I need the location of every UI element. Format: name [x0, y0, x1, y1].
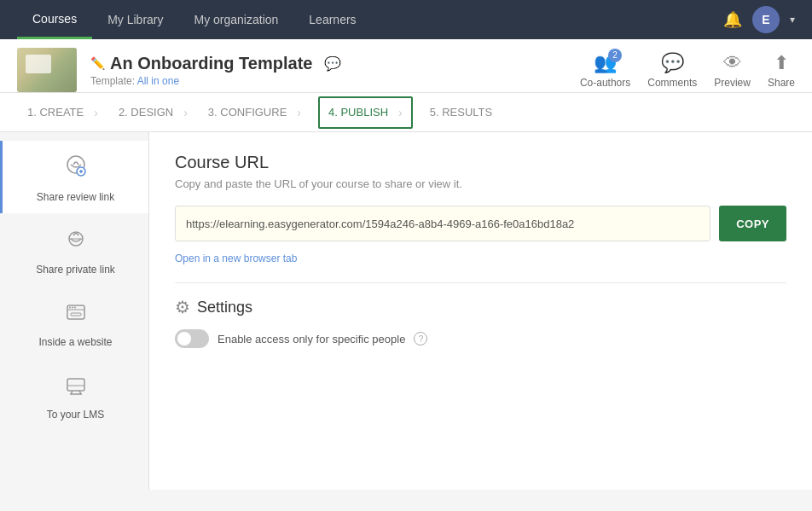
svg-point-6 — [74, 307, 76, 309]
step-publish[interactable]: 4. PUBLISH › — [318, 96, 413, 129]
help-icon[interactable]: ? — [414, 332, 427, 346]
lms-icon — [62, 370, 90, 404]
course-thumbnail — [17, 48, 77, 92]
preview-label: Preview — [714, 77, 751, 89]
access-toggle[interactable] — [175, 329, 209, 348]
step-results[interactable]: 5. RESULTS — [420, 93, 502, 132]
nav-learners[interactable]: Learners — [293, 0, 371, 39]
sidebar-item-share-private[interactable]: Share private link — [0, 213, 148, 286]
settings-divider — [175, 282, 786, 283]
template-link[interactable]: All in one — [137, 75, 179, 87]
nav-courses[interactable]: Courses — [17, 0, 92, 39]
sidebar-share-review-label: Share review link — [37, 191, 114, 203]
share-icon: ⬆ — [774, 52, 789, 74]
step-arrow-4: › — [398, 106, 403, 119]
avatar[interactable]: E — [752, 6, 780, 33]
chat-icon[interactable]: 💬 — [324, 55, 341, 72]
share-button[interactable]: ⬆ Share — [768, 52, 795, 89]
sidebar-item-share-review[interactable]: Share review link — [0, 141, 148, 213]
settings-header: ⚙ Settings — [175, 297, 786, 317]
preview-button[interactable]: 👁 Preview — [714, 52, 751, 89]
sidebar-share-private-label: Share private link — [36, 264, 115, 276]
comments-button[interactable]: 💬 Comments — [647, 52, 697, 89]
step-design-label: 2. DESIGN — [119, 106, 173, 119]
svg-point-5 — [72, 307, 73, 309]
coauthors-button[interactable]: 👥 2 Co-authors — [580, 52, 630, 89]
website-icon — [62, 298, 90, 331]
nav-right-area: 🔔 E ▾ — [723, 6, 795, 33]
comments-icon: 💬 — [661, 52, 684, 74]
section-description: Copy and paste the URL of your course to… — [175, 177, 786, 190]
nav-my-library[interactable]: My Library — [92, 0, 178, 39]
coauthors-badge: 2 — [608, 49, 622, 62]
step-configure-label: 3. CONFIGURE — [208, 106, 287, 119]
preview-icon: 👁 — [723, 52, 742, 74]
edit-icon[interactable]: ✏️ — [90, 56, 105, 70]
step-create-label: 1. CREATE — [27, 106, 84, 119]
open-in-browser-link[interactable]: Open in a new browser tab — [175, 253, 297, 264]
comments-label: Comments — [647, 77, 697, 89]
course-template: Template: All in one — [90, 75, 566, 87]
step-design[interactable]: 2. DESIGN › — [108, 93, 198, 132]
steps-bar: 1. CREATE › 2. DESIGN › 3. CONFIGURE › 4… — [0, 93, 812, 132]
step-arrow-3: › — [297, 106, 301, 119]
toggle-label: Enable access only for specific people — [218, 333, 405, 346]
share-label: Share — [768, 77, 795, 89]
copy-button[interactable]: COPY — [719, 206, 786, 241]
svg-rect-7 — [71, 313, 81, 316]
chevron-down-icon[interactable]: ▾ — [790, 14, 795, 26]
top-navigation: Courses My Library My organization Learn… — [0, 0, 812, 39]
svg-rect-8 — [67, 379, 84, 391]
gear-icon: ⚙ — [175, 297, 190, 317]
private-link-icon — [62, 225, 90, 258]
course-url-input[interactable] — [175, 206, 710, 241]
svg-point-4 — [69, 307, 71, 309]
sidebar-item-to-lms[interactable]: To your LMS — [0, 358, 148, 431]
course-title: An Onboarding Template — [110, 54, 312, 73]
link-icon — [62, 153, 90, 186]
sidebar-to-lms-label: To your LMS — [47, 409, 104, 421]
url-row: COPY — [175, 206, 786, 241]
settings-title: Settings — [197, 299, 252, 316]
step-arrow-1: › — [94, 106, 98, 119]
content-area: Course URL Copy and paste the URL of you… — [149, 132, 812, 490]
course-header: ✏️ An Onboarding Template 💬 Template: Al… — [0, 39, 812, 93]
section-title: Course URL — [175, 153, 786, 172]
course-title-area: ✏️ An Onboarding Template 💬 Template: Al… — [90, 54, 566, 87]
sidebar-item-inside-website[interactable]: Inside a website — [0, 286, 148, 358]
step-configure[interactable]: 3. CONFIGURE › — [198, 93, 311, 132]
bell-icon[interactable]: 🔔 — [723, 10, 742, 29]
step-publish-label: 4. PUBLISH — [328, 106, 388, 119]
step-create[interactable]: 1. CREATE › — [17, 93, 108, 132]
sidebar-inside-website-label: Inside a website — [38, 336, 112, 348]
main-content: Share review link Share private link — [0, 132, 812, 490]
step-arrow-2: › — [183, 106, 188, 119]
coauthors-label: Co-authors — [580, 77, 630, 89]
course-actions: 👥 2 Co-authors 💬 Comments 👁 Preview ⬆ Sh… — [580, 52, 795, 89]
step-results-label: 5. RESULTS — [430, 106, 492, 119]
nav-my-organization[interactable]: My organization — [179, 0, 294, 39]
toggle-row: Enable access only for specific people ? — [175, 329, 786, 348]
sidebar: Share review link Share private link — [0, 132, 149, 490]
